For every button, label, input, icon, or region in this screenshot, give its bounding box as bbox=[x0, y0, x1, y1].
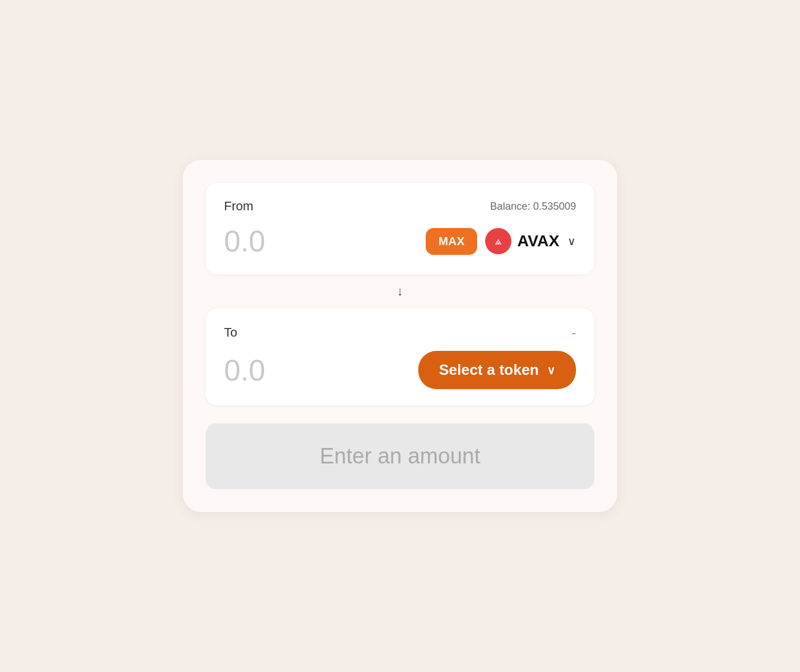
from-card-header: From Balance: 0.535009 bbox=[224, 199, 576, 214]
to-balance-placeholder: - bbox=[571, 325, 576, 341]
from-card-body: 0.0 MAX AVAX ∨ bbox=[224, 224, 576, 258]
enter-amount-button: Enter an amount bbox=[206, 423, 594, 489]
from-token-selector[interactable]: AVAX ∨ bbox=[485, 228, 576, 254]
to-amount: 0.0 bbox=[224, 353, 265, 387]
to-card-header: To - bbox=[224, 325, 576, 341]
from-label: From bbox=[224, 199, 253, 214]
select-token-label: Select a token bbox=[439, 361, 539, 379]
from-token-controls: MAX AVAX ∨ bbox=[426, 228, 576, 255]
from-balance: Balance: 0.535009 bbox=[490, 201, 576, 213]
from-chevron-down-icon: ∨ bbox=[567, 234, 576, 248]
svg-point-0 bbox=[485, 228, 511, 254]
to-card: To - 0.0 Select a token ∨ bbox=[206, 309, 594, 405]
down-arrow-icon: ↓ bbox=[397, 284, 403, 299]
to-label: To bbox=[224, 325, 237, 340]
from-amount: 0.0 bbox=[224, 224, 265, 258]
select-token-chevron-icon: ∨ bbox=[547, 363, 555, 377]
swap-direction-arrow[interactable]: ↓ bbox=[206, 274, 594, 309]
swap-container: From Balance: 0.535009 0.0 MAX AVAX bbox=[183, 160, 617, 512]
avax-icon bbox=[485, 228, 511, 254]
select-token-button[interactable]: Select a token ∨ bbox=[418, 351, 576, 389]
to-card-body: 0.0 Select a token ∨ bbox=[224, 351, 576, 389]
max-button[interactable]: MAX bbox=[426, 228, 477, 255]
from-token-name: AVAX bbox=[517, 232, 559, 250]
from-card: From Balance: 0.535009 0.0 MAX AVAX bbox=[206, 183, 594, 274]
